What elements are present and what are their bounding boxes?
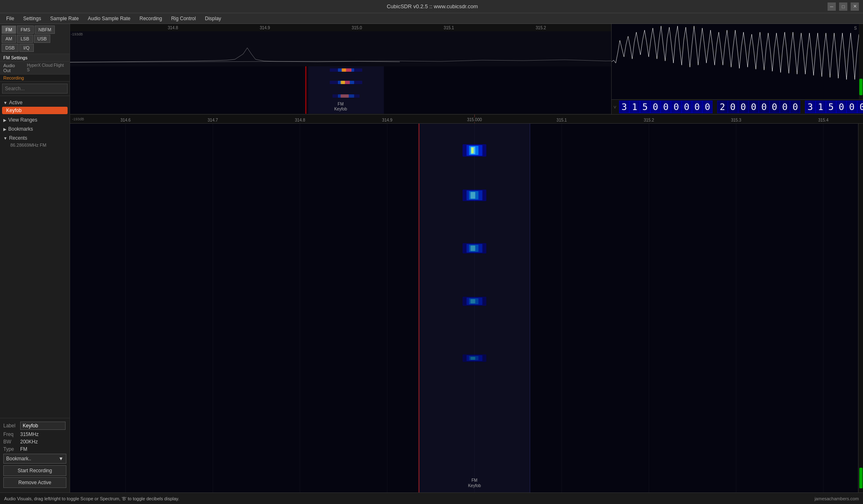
menu-audio-sample-rate[interactable]: Audio Sample Rate (84, 14, 134, 23)
menu-settings[interactable]: Settings (19, 14, 45, 23)
window-controls[interactable]: ─ □ ✕ (828, 2, 859, 11)
recording-tab-label: Recording (3, 75, 24, 80)
svg-rect-37 (471, 246, 476, 251)
audio-out-tab[interactable]: Audio Out (3, 63, 23, 73)
device-tab[interactable]: HyperX Cloud Flight S (27, 63, 66, 73)
type-field-label: Type (3, 446, 18, 452)
keyfob-item[interactable]: Keyfob (2, 107, 68, 114)
recents-header[interactable]: ▼ Recents (0, 134, 70, 142)
bw-value: 200KHz (20, 439, 38, 445)
menu-file[interactable]: File (2, 14, 18, 23)
bw-digit-0c[interactable]: 0 (748, 101, 759, 113)
bw-digit-0g[interactable]: 0 (790, 101, 800, 113)
label-input[interactable] (20, 422, 66, 430)
bw-digit-0a[interactable]: 0 (728, 101, 738, 113)
bw-digit-0f[interactable]: 0 (780, 101, 790, 113)
top-displays: 314.8 314.9 315.0 315.1 315.2 -193dB (70, 24, 863, 115)
ctr-digit-1[interactable]: 1 (816, 101, 826, 113)
waterfall-panel[interactable]: FMKeyfob (70, 124, 863, 492)
bandwidth-display[interactable]: 2 0 0 0 0 0 0 0 (717, 101, 800, 113)
fm-settings-label[interactable]: FM Settings (3, 55, 28, 60)
main-waterfall-svg (70, 124, 863, 492)
freq-controls-v-label: V (614, 105, 616, 109)
freq-digit-0f[interactable]: 0 (702, 101, 713, 113)
ctr-digit-0b[interactable]: 0 (847, 101, 857, 113)
svg-rect-24 (419, 124, 530, 492)
fm-settings-tab: FM Settings (0, 54, 70, 62)
start-recording-button[interactable]: Start Recording (3, 465, 66, 476)
scale-3146: 314.6 (120, 118, 131, 122)
freq-label-3152: 315.2 (536, 26, 546, 30)
bw-digit-0d[interactable]: 0 (759, 101, 769, 113)
maximize-button[interactable]: □ (839, 2, 847, 11)
freq-digit-0b[interactable]: 0 (661, 101, 671, 113)
menu-sample-rate[interactable]: Sample Rate (46, 14, 83, 23)
freq-digit-5[interactable]: 5 (640, 101, 650, 113)
ctr-digit-0c[interactable]: 0 (857, 101, 863, 113)
freq-digit-0d[interactable]: 0 (682, 101, 692, 113)
center-freq-display[interactable]: 3 1 5 0 0 0 0 0 0 0 (805, 101, 863, 113)
mode-buttons: FM FMS NBFM AM LSB USB DSB I/Q (0, 24, 70, 54)
close-button[interactable]: ✕ (851, 2, 859, 11)
window-title: CubicSDR v0.2.5 :: www.cubicsdr.com (37, 3, 828, 9)
freq-digit-0e[interactable]: 0 (692, 101, 702, 113)
minimize-button[interactable]: ─ (828, 2, 836, 11)
remove-active-button[interactable]: Remove Active (3, 477, 66, 488)
freq-row: Freq 315MHz (3, 431, 66, 437)
waterfall-level-bar (859, 468, 863, 488)
bookmarks-arrow: ▶ (3, 127, 7, 131)
svg-rect-41 (471, 299, 476, 303)
mode-fm[interactable]: FM (2, 26, 16, 34)
ctr-digit-3[interactable]: 3 (805, 101, 815, 113)
main-layout: FM FMS NBFM AM LSB USB DSB I/Q FM Settin… (0, 24, 863, 492)
freq-digit-3[interactable]: 3 (619, 101, 629, 113)
search-input[interactable] (2, 84, 68, 94)
menu-rig-control[interactable]: Rig Control (167, 14, 200, 23)
db-top-label: -193dB (71, 32, 83, 36)
freq-controls: V 3 1 5 0 0 0 0 0 0 (612, 99, 863, 114)
scale-3153: 315.3 (731, 118, 741, 122)
fm-keyfob-label-waterfall: FMKeyfob (468, 478, 481, 488)
freq-label-3151: 315.1 (444, 26, 454, 30)
mode-lsb[interactable]: LSB (17, 35, 33, 43)
type-value: FM (20, 446, 27, 452)
mode-fms[interactable]: FMS (17, 26, 34, 34)
credit-label: jamesachambers.com (814, 496, 859, 501)
scale-3154: 315.4 (818, 118, 828, 122)
mode-nbfm[interactable]: NBFM (35, 26, 55, 34)
bookmark-dropdown-label: Bookmark.. (6, 456, 31, 462)
ctr-digit-5[interactable]: 5 (826, 101, 836, 113)
db-mini-label: -193dB (72, 117, 84, 121)
mode-dsb[interactable]: DSB (2, 44, 19, 52)
freq-digit-1[interactable]: 1 (629, 101, 640, 113)
active-header[interactable]: ▼ Active (0, 99, 70, 106)
menu-display[interactable]: Display (201, 14, 225, 23)
bw-digit-0e[interactable]: 0 (769, 101, 780, 113)
ctr-digit-0a[interactable]: 0 (836, 101, 847, 113)
svg-rect-45 (471, 357, 476, 360)
bookmarks-header[interactable]: ▶ Bookmarks (0, 125, 70, 133)
mode-iq[interactable]: I/Q (19, 44, 34, 52)
bw-digit-0b[interactable]: 0 (738, 101, 748, 113)
freq-label-3148: 314.8 (168, 26, 178, 30)
frequency-display[interactable]: 3 1 5 0 0 0 0 0 0 (619, 101, 713, 113)
waveform-svg (612, 24, 863, 99)
recent-item-1[interactable]: 86.28669MHz FM (0, 142, 70, 148)
menu-recording[interactable]: Recording (135, 14, 166, 23)
spectrum-area[interactable]: 314.8 314.9 315.0 315.1 315.2 -193dB (70, 24, 612, 114)
bw-digit-2[interactable]: 2 (717, 101, 727, 113)
mode-am[interactable]: AM (2, 35, 16, 43)
db-scale-bar: -92.7dB 315.000 (70, 114, 611, 114)
waterfall-display: FMKeyfob (70, 66, 611, 114)
scale-3152: 315.2 (644, 118, 654, 122)
freq-digit-0c[interactable]: 0 (671, 101, 681, 113)
freq-digit-0a[interactable]: 0 (650, 101, 661, 113)
mode-usb[interactable]: USB (34, 35, 51, 43)
freq-label-3150: 315.0 (352, 26, 362, 30)
view-ranges-label: View Ranges (8, 117, 38, 123)
lower-area: FMKeyfob (70, 124, 863, 492)
spectrum-graph: -193dB (70, 31, 611, 66)
bookmark-dropdown[interactable]: Bookmark.. ▼ (3, 454, 66, 464)
view-ranges-header[interactable]: ▶ View Ranges (0, 116, 70, 124)
scale-3151: 315.1 (556, 118, 567, 122)
